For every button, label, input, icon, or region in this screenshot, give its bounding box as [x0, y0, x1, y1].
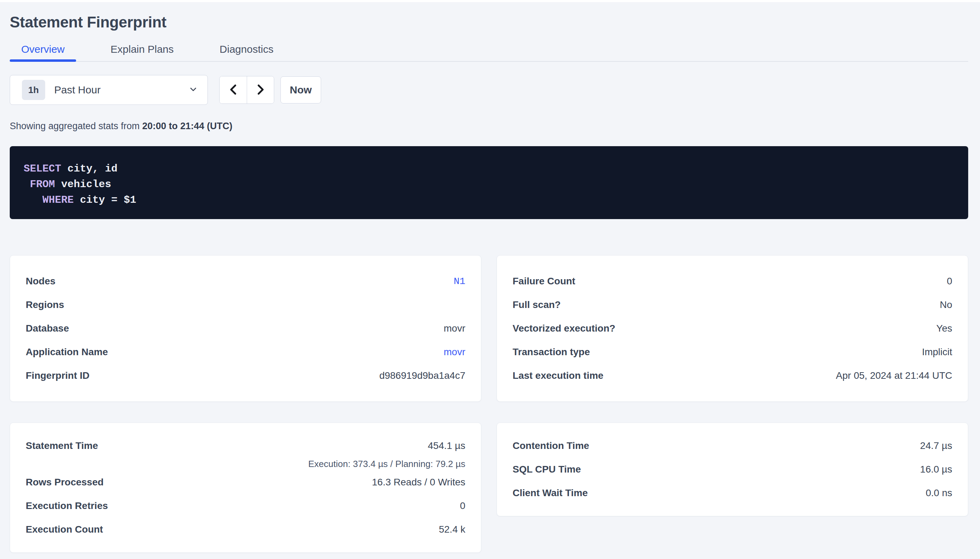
chevron-left-icon	[228, 83, 239, 97]
sql-cpu-time-label: SQL CPU Time	[512, 464, 581, 475]
previous-time-button[interactable]	[220, 76, 247, 103]
full-scan-value: No	[940, 299, 952, 310]
table-row: Execution Retries 0	[26, 494, 465, 518]
last-execution-time-value: Apr 05, 2024 at 21:44 UTC	[836, 370, 952, 381]
sql-line: FROM vehicles	[24, 177, 954, 192]
tab-overview[interactable]: Overview	[10, 38, 76, 61]
rows-processed-label: Rows Processed	[26, 477, 104, 488]
sql-keyword: FROM	[30, 179, 55, 190]
sql-line: WHERE city = $1	[24, 192, 954, 208]
statement-details-card: Nodes N1 Regions Database movr Applicati…	[10, 255, 481, 402]
client-wait-time-value: 0.0 ns	[926, 488, 952, 499]
time-range-badge: 1h	[22, 80, 45, 100]
regions-label: Regions	[26, 299, 64, 310]
sql-keyword: SELECT	[24, 163, 61, 175]
table-row: Statement Time 454.1 µs Execution: 373.4…	[26, 434, 465, 470]
table-row: Contention Time 24.7 µs	[512, 434, 952, 458]
table-row: Vectorized execution? Yes	[512, 317, 952, 340]
sql-statement-box: SELECT city, id FROM vehicles WHERE city…	[10, 146, 968, 219]
last-execution-time-label: Last execution time	[512, 370, 603, 381]
sql-line: SELECT city, id	[24, 161, 954, 177]
statement-time-value: 454.1 µs	[308, 434, 465, 458]
sql-cpu-time-value: 16.0 µs	[920, 464, 952, 475]
transaction-type-label: Transaction type	[512, 347, 590, 357]
chevron-down-icon	[188, 84, 199, 96]
time-picker-row: 1h Past Hour	[10, 74, 968, 105]
chevron-right-icon	[255, 83, 266, 97]
transaction-type-value: Implicit	[922, 347, 952, 357]
execution-count-label: Execution Count	[26, 524, 103, 535]
table-row: Database movr	[26, 317, 465, 340]
failure-count-label: Failure Count	[512, 276, 575, 287]
statement-time-label: Statement Time	[26, 434, 98, 458]
nodes-label: Nodes	[26, 276, 56, 287]
execution-retries-label: Execution Retries	[26, 500, 108, 511]
database-label: Database	[26, 323, 69, 334]
nodes-link[interactable]: N1	[454, 276, 465, 287]
aggregated-stats-line: Showing aggregated stats from 20:00 to 2…	[10, 121, 968, 132]
vectorized-execution-label: Vectorized execution?	[512, 323, 615, 334]
table-row: Regions	[26, 293, 465, 317]
execution-attributes-card: Failure Count 0 Full scan? No Vectorized…	[497, 255, 968, 402]
sql-text: vehicles	[55, 179, 111, 190]
page-title: Statement Fingerprint	[10, 2, 968, 31]
aggregated-stats-prefix: Showing aggregated stats from	[10, 121, 142, 131]
sql-text: city = $1	[74, 194, 136, 206]
tab-explain-plans[interactable]: Explain Plans	[99, 38, 185, 61]
table-row: Nodes N1	[26, 270, 465, 293]
table-row: Rows Processed 16.3 Reads / 0 Writes	[26, 470, 465, 494]
tabbar: Overview Explain Plans Diagnostics	[10, 38, 968, 62]
tab-diagnostics[interactable]: Diagnostics	[208, 38, 285, 61]
sql-keyword: WHERE	[42, 194, 74, 206]
fingerprint-id-label: Fingerprint ID	[26, 370, 90, 381]
statement-fingerprint-page: Statement Fingerprint Overview Explain P…	[0, 2, 980, 553]
application-name-label: Application Name	[26, 347, 108, 357]
cards-grid: Nodes N1 Regions Database movr Applicati…	[10, 255, 968, 553]
table-row: Execution Count 52.4 k	[26, 518, 465, 541]
execution-retries-value: 0	[460, 500, 465, 511]
fingerprint-id-value: d986919d9ba1a4c7	[379, 370, 465, 381]
failure-count-value: 0	[947, 276, 952, 287]
next-time-button[interactable]	[247, 76, 274, 103]
table-row: Failure Count 0	[512, 270, 952, 293]
aggregated-stats-range: 20:00 to 21:44 (UTC)	[142, 121, 232, 131]
application-name-link[interactable]: movr	[444, 347, 465, 357]
client-wait-time-label: Client Wait Time	[512, 488, 588, 499]
now-button[interactable]: Now	[280, 76, 321, 103]
statement-time-detail: Execution: 373.4 µs / Planning: 79.2 µs	[308, 458, 465, 470]
contention-time-label: Contention Time	[512, 440, 589, 452]
table-row: Transaction type Implicit	[512, 340, 952, 364]
table-row: SQL CPU Time 16.0 µs	[512, 458, 952, 481]
rows-processed-value: 16.3 Reads / 0 Writes	[372, 477, 465, 488]
full-scan-label: Full scan?	[512, 299, 560, 310]
execution-count-value: 52.4 k	[439, 524, 465, 535]
contention-time-value: 24.7 µs	[920, 440, 952, 452]
time-range-dropdown[interactable]: 1h Past Hour	[10, 75, 208, 105]
time-stats-card: Contention Time 24.7 µs SQL CPU Time 16.…	[497, 423, 968, 516]
table-row: Client Wait Time 0.0 ns	[512, 481, 952, 505]
table-row: Fingerprint ID d986919d9ba1a4c7	[26, 364, 465, 387]
database-value: movr	[444, 323, 465, 334]
table-row: Full scan? No	[512, 293, 952, 317]
table-row: Last execution time Apr 05, 2024 at 21:4…	[512, 364, 952, 387]
table-row: Application Name movr	[26, 340, 465, 364]
vectorized-execution-value: Yes	[936, 323, 952, 334]
execution-stats-card: Statement Time 454.1 µs Execution: 373.4…	[10, 423, 481, 553]
time-range-label: Past Hour	[54, 84, 188, 96]
time-nav-group	[219, 76, 274, 104]
sql-text: city, id	[61, 163, 118, 175]
